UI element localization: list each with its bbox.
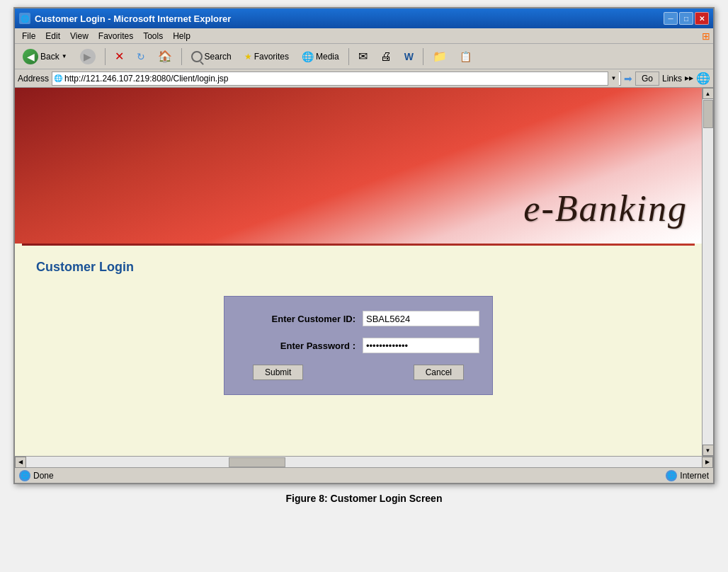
- scroll-up-arrow[interactable]: ▲: [703, 88, 714, 99]
- hscroll-track: [26, 457, 702, 467]
- status-right: 🌐 Internet: [666, 470, 709, 481]
- back-label: Back: [40, 52, 59, 62]
- stop-button[interactable]: ✕: [110, 47, 129, 67]
- stop-icon: ✕: [115, 50, 124, 63]
- web-page: e-Banking Customer Login Enter Customer …: [15, 88, 702, 456]
- login-form-box: Enter Customer ID: Enter Password : Subm…: [224, 296, 493, 395]
- refresh-icon: ↻: [137, 51, 145, 62]
- mail-icon: ✉: [358, 50, 368, 63]
- address-bar: Address 🌐 http://121.246.107.219:8080/Cl…: [15, 69, 713, 88]
- menu-view[interactable]: View: [66, 30, 93, 42]
- back-icon: ◀: [23, 49, 38, 64]
- search-button[interactable]: Search: [186, 47, 237, 67]
- scroll-down-arrow[interactable]: ▼: [703, 445, 714, 456]
- hscroll-left-arrow[interactable]: ◀: [15, 457, 26, 468]
- status-page-icon: 🌐: [19, 470, 30, 481]
- title-bar-left: 🌐 Customer Login - Microsoft Internet Ex…: [19, 13, 231, 24]
- password-label: Enter Password :: [246, 341, 356, 351]
- separator-3: [348, 48, 349, 65]
- print-button[interactable]: 🖨: [375, 47, 397, 67]
- customer-id-label: Enter Customer ID:: [246, 314, 356, 324]
- menu-bar: File Edit View Favorites Tools Help ⊞: [15, 28, 713, 44]
- hscroll-thumb[interactable]: [229, 457, 285, 467]
- customer-id-input[interactable]: [363, 311, 479, 326]
- menu-edit[interactable]: Edit: [41, 30, 64, 42]
- minimize-button[interactable]: ─: [664, 12, 678, 25]
- separator-1: [105, 48, 106, 65]
- maximize-button[interactable]: □: [679, 12, 693, 25]
- status-bar: 🌐 Done 🌐 Internet: [15, 467, 713, 483]
- links-dropdown-icon: ▶▶: [685, 75, 693, 81]
- form-buttons: Submit Cancel: [246, 365, 471, 380]
- history-button[interactable]: 📋: [455, 47, 477, 67]
- home-icon: 🏠: [158, 50, 172, 63]
- address-input-wrap: 🌐 http://121.246.107.219:8080/Client/log…: [52, 72, 621, 86]
- cancel-button[interactable]: Cancel: [414, 365, 464, 380]
- print-icon: 🖨: [380, 50, 392, 63]
- forward-icon: ▶: [80, 49, 96, 64]
- page-icon: 🌐: [54, 74, 62, 82]
- favorites-button[interactable]: ★ Favorites: [239, 47, 294, 67]
- hscroll-right-arrow[interactable]: ▶: [702, 457, 713, 468]
- search-label: Search: [205, 52, 232, 62]
- forward-button[interactable]: ▶: [75, 47, 101, 67]
- back-button[interactable]: ◀ Back ▼: [18, 47, 72, 67]
- menu-favorites[interactable]: Favorites: [94, 30, 137, 42]
- banner-title: e-Banking: [523, 188, 688, 229]
- banner: e-Banking: [15, 88, 702, 244]
- status-done-label: Done: [33, 471, 54, 481]
- menu-file[interactable]: File: [18, 30, 40, 42]
- back-dropdown-icon: ▼: [62, 53, 67, 59]
- scroll-thumb[interactable]: [703, 100, 713, 128]
- password-row: Enter Password :: [246, 338, 471, 353]
- separator-2: [181, 48, 182, 65]
- menu-help[interactable]: Help: [169, 30, 195, 42]
- address-dropdown[interactable]: ▼: [608, 72, 619, 86]
- menu-tools[interactable]: Tools: [139, 30, 167, 42]
- windows-logo: ⊞: [702, 30, 710, 42]
- word-icon: W: [404, 51, 414, 62]
- customer-id-row: Enter Customer ID:: [246, 311, 471, 326]
- address-label: Address: [18, 74, 49, 84]
- hscrollbar: ◀ ▶: [15, 456, 713, 467]
- title-bar: 🌐 Customer Login - Microsoft Internet Ex…: [15, 8, 713, 28]
- folder-icon: 📁: [433, 50, 447, 63]
- search-icon: [191, 51, 203, 62]
- scroll-track: [703, 99, 713, 445]
- browser-icon: 🌐: [19, 13, 30, 24]
- media-icon: 🌐: [302, 51, 314, 62]
- dropdown-arrow-icon: ➡: [624, 73, 632, 84]
- status-zone-label: Internet: [680, 471, 709, 481]
- folder-button[interactable]: 📁: [428, 47, 452, 67]
- status-left: 🌐 Done: [19, 470, 54, 481]
- media-label: Media: [316, 52, 339, 62]
- close-button[interactable]: ✕: [695, 12, 709, 25]
- toolbar: ◀ Back ▼ ▶ ✕ ↻ 🏠 Search ★ Favorites 🌐 Me…: [15, 44, 713, 69]
- password-input[interactable]: [363, 338, 479, 353]
- submit-button[interactable]: Submit: [253, 365, 303, 380]
- media-button[interactable]: 🌐 Media: [297, 47, 344, 67]
- address-text[interactable]: http://121.246.107.219:8080/Client/login…: [64, 74, 608, 84]
- title-bar-controls: ─ □ ✕: [664, 12, 709, 25]
- favorites-label: Favorites: [254, 52, 289, 62]
- history-icon: 📋: [460, 51, 472, 62]
- window-title: Customer Login - Microsoft Internet Expl…: [35, 13, 231, 24]
- word-button[interactable]: W: [399, 47, 419, 67]
- favorites-icon: ★: [244, 52, 252, 62]
- go-button[interactable]: Go: [635, 72, 659, 86]
- links-label: Links: [662, 74, 682, 84]
- browser-window: 🌐 Customer Login - Microsoft Internet Ex…: [13, 7, 715, 484]
- figure-caption: Figure 8: Customer Login Screen: [286, 493, 443, 504]
- mail-button[interactable]: ✉: [353, 47, 372, 67]
- ie-icon: 🌐: [696, 72, 710, 85]
- login-title: Customer Login: [36, 260, 681, 275]
- status-internet-icon: 🌐: [666, 470, 677, 481]
- refresh-button[interactable]: ↻: [132, 47, 150, 67]
- separator-4: [423, 48, 423, 65]
- login-area: Customer Login Enter Customer ID: Enter …: [15, 246, 702, 409]
- content-area: e-Banking Customer Login Enter Customer …: [15, 88, 713, 456]
- home-button[interactable]: 🏠: [153, 47, 177, 67]
- scrollbar-right: ▲ ▼: [702, 88, 713, 456]
